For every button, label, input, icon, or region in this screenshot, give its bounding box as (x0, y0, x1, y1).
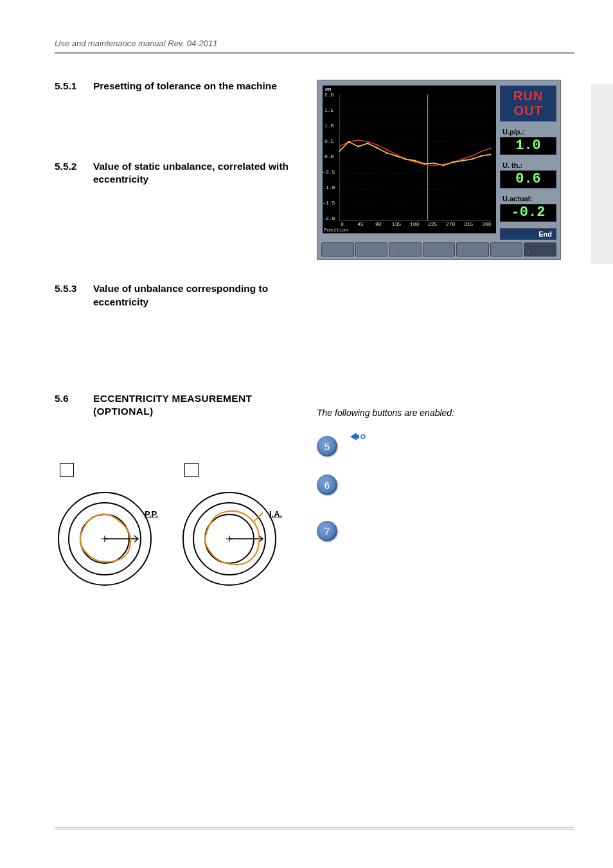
svg-point-37 (357, 146, 359, 148)
following-buttons-text: The following buttons are enabled: (317, 408, 574, 418)
svg-point-28 (433, 165, 435, 167)
runout-title: RUN OUT (500, 86, 556, 122)
x-tick: 180 (410, 221, 419, 227)
x-tick: 225 (428, 221, 437, 227)
svg-point-32 (471, 155, 473, 157)
diagram-pp: P.P. (55, 463, 164, 588)
label-uactual: U.actual: (500, 195, 556, 203)
svg-point-24 (395, 154, 397, 156)
runout-chart: MM 2.0 1.5 1.0 0.5 0.0 -0.5 -1.0 -1.5 -2… (323, 86, 496, 233)
x-tick: 135 (392, 221, 401, 227)
svg-point-42 (405, 158, 407, 160)
round-button-5[interactable]: 5 (317, 436, 337, 457)
label-upp: U.p/p.: (500, 128, 556, 136)
svg-point-48 (461, 160, 463, 162)
svg-point-49 (471, 158, 473, 160)
svg-point-39 (377, 147, 378, 149)
section-title: Value of static unbalance, correlated wi… (93, 160, 299, 186)
x-axis-label: Position (324, 227, 348, 233)
value-uth: 0.6 (500, 170, 556, 188)
page-header: Use and maintenance manual Rev. 04-2011 (55, 39, 574, 54)
svg-point-46 (443, 165, 445, 167)
section-title: Value of unbalance corresponding to ecce… (93, 282, 299, 308)
section-number: 5.5.1 (55, 80, 84, 93)
strip-button-3[interactable]: 3 (389, 242, 422, 257)
x-tick: 270 (446, 221, 455, 227)
section-title: Presetting of tolerance on the machine (93, 80, 299, 93)
section-title: ECCENTRICITY MEASUREMENT (OPTIONAL) (93, 392, 299, 418)
value-upp: 1.0 (500, 137, 556, 155)
page-side-tab (591, 84, 613, 264)
strip-button-1[interactable]: 1 (321, 242, 354, 257)
round-button-7[interactable]: 7 (317, 521, 337, 541)
y-tick: -1.0 (323, 185, 335, 190)
pointer-left-icon (350, 430, 366, 445)
svg-point-45 (433, 163, 435, 165)
svg-point-47 (452, 161, 454, 163)
strip-button-2[interactable]: 2 (355, 242, 388, 257)
x-tick: 0 (341, 221, 344, 227)
svg-point-38 (367, 143, 369, 145)
x-tick: 360 (482, 221, 491, 227)
runout-button-strip: 1 2 3 4 5 6 7 (321, 242, 556, 257)
strip-button-4[interactable]: 4 (423, 242, 456, 257)
label-uth: U. th.: (500, 161, 556, 169)
svg-point-31 (461, 158, 463, 160)
end-button[interactable]: End (500, 228, 556, 240)
diagram-ia: I.A. (179, 463, 289, 588)
runout-screenshot: MM 2.0 1.5 1.0 0.5 0.0 -0.5 -1.0 -1.5 -2… (317, 80, 561, 260)
value-uactual: -0.2 (500, 204, 556, 222)
y-tick: -2.0 (323, 215, 335, 221)
strip-button-7[interactable]: 7 (524, 242, 556, 257)
svg-point-26 (414, 161, 416, 163)
heading-56: 5.6 ECCENTRICITY MEASUREMENT (OPTIONAL) (55, 392, 299, 418)
footer-rule (55, 827, 574, 829)
y-tick: 2.0 (324, 92, 333, 98)
section-number: 5.5.2 (55, 160, 84, 186)
y-tick: 1.0 (324, 123, 333, 129)
section-number: 5.6 (55, 392, 84, 418)
svg-point-44 (423, 163, 425, 165)
svg-point-41 (395, 155, 397, 157)
heading-551: 5.5.1 Presetting of tolerance on the mac… (55, 80, 299, 93)
eccentricity-diagrams: P.P. I.A. (55, 463, 299, 588)
x-tick: 315 (464, 221, 473, 227)
section-number: 5.5.3 (55, 282, 84, 308)
strip-button-6[interactable]: 6 (490, 242, 523, 257)
svg-point-22 (377, 144, 378, 146)
y-tick: 0.0 (324, 154, 333, 159)
chart-plot-svg (339, 95, 491, 221)
heading-553: 5.5.3 Value of unbalance corresponding t… (55, 282, 299, 308)
svg-point-50 (481, 155, 483, 157)
x-tick: 90 (375, 221, 382, 227)
diagram-label-ia: I.A. (269, 509, 282, 519)
svg-point-36 (348, 141, 350, 143)
svg-point-43 (414, 160, 416, 162)
round-button-6[interactable]: 6 (317, 475, 337, 495)
diagram-box-icon (60, 463, 74, 477)
y-tick: 1.5 (324, 107, 333, 113)
svg-point-23 (386, 149, 387, 150)
y-tick: -1.5 (323, 200, 335, 206)
svg-point-40 (386, 152, 387, 154)
svg-point-33 (481, 150, 483, 152)
runout-side-panel: RUN OUT U.p/p.: 1.0 U. th.: 0.6 U.actual… (500, 86, 556, 222)
x-tick: 45 (357, 221, 364, 227)
strip-button-5[interactable]: 5 (456, 242, 489, 257)
svg-point-52 (361, 435, 365, 439)
diagram-box-icon (184, 463, 199, 477)
heading-552: 5.5.2 Value of static unbalance, correla… (55, 160, 299, 186)
y-tick: -0.5 (323, 169, 335, 175)
diagram-label-pp: P.P. (145, 509, 158, 519)
svg-point-21 (367, 141, 369, 143)
y-tick: 0.5 (324, 138, 333, 144)
svg-point-20 (357, 140, 359, 141)
